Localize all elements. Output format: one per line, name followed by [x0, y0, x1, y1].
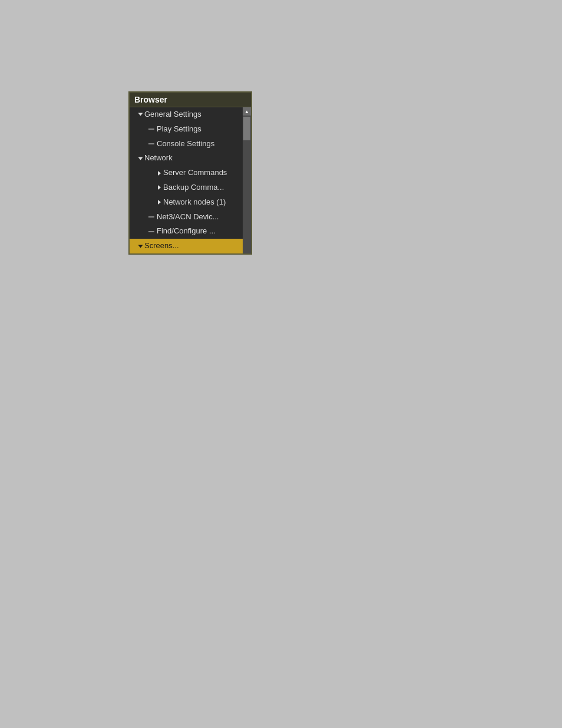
arrow-down-icon	[138, 245, 143, 248]
tree-item-console-settings[interactable]: Console Settings	[130, 137, 243, 151]
dash-connector-icon	[148, 143, 154, 144]
find-configure-label: Find/Configure ...	[157, 225, 216, 238]
arrow-right-icon	[158, 200, 161, 205]
browser-panel: Browser General Settings Play Settings C…	[128, 91, 252, 255]
server-commands-label: Server Commands	[163, 167, 227, 179]
arrow-down-icon	[138, 113, 143, 116]
tree-item-screens[interactable]: Screens...	[130, 239, 243, 253]
scrollbar[interactable]: ▲	[243, 107, 251, 253]
browser-title-label: Browser	[134, 95, 167, 104]
scroll-thumb[interactable]	[243, 117, 250, 140]
network-nodes-label: Network nodes (1)	[163, 196, 226, 209]
browser-title: Browser	[130, 93, 251, 107]
tree-item-network[interactable]: Network	[130, 151, 243, 166]
arrow-down-icon	[138, 157, 143, 160]
scroll-up-button[interactable]: ▲	[243, 107, 251, 116]
net3-acn-label: Net3/ACN Devic...	[157, 211, 219, 223]
tree-item-play-settings[interactable]: Play Settings	[130, 122, 243, 137]
arrow-right-icon	[158, 185, 161, 190]
tree-item-backup-commands[interactable]: Backup Comma...	[130, 180, 243, 195]
tree-item-find-configure[interactable]: Find/Configure ...	[130, 224, 243, 239]
tree-item-network-nodes[interactable]: Network nodes (1)	[130, 195, 243, 210]
arrow-right-icon	[158, 171, 161, 176]
tree-item-server-commands[interactable]: Server Commands	[130, 166, 243, 180]
console-settings-label: Console Settings	[157, 138, 214, 150]
screens-label: Screens...	[144, 240, 179, 252]
network-label: Network	[144, 152, 173, 164]
dash-connector-icon	[148, 216, 154, 218]
dash-connector-icon	[148, 129, 154, 130]
play-settings-label: Play Settings	[157, 123, 201, 136]
tree-item-net3-acn[interactable]: Net3/ACN Devic...	[130, 210, 243, 225]
tree-container: General Settings Play Settings Console S…	[130, 107, 251, 253]
tree-content: General Settings Play Settings Console S…	[130, 107, 243, 253]
general-settings-label: General Settings	[144, 108, 201, 121]
tree-item-general-settings[interactable]: General Settings	[130, 107, 243, 122]
dash-connector-icon	[148, 231, 154, 232]
backup-commands-label: Backup Comma...	[163, 182, 224, 194]
